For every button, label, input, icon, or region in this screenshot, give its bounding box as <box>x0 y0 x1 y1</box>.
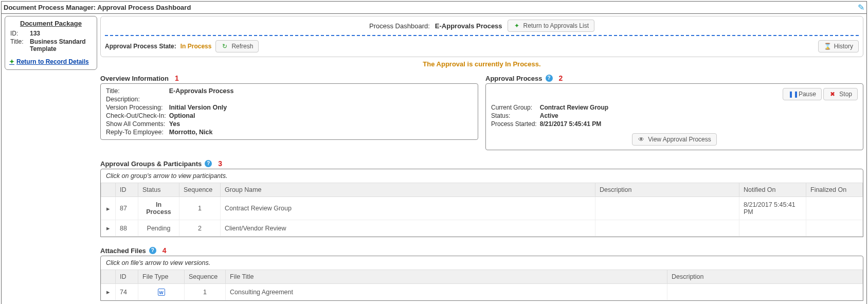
refresh-icon: ↻ <box>221 43 228 50</box>
group-notified: 8/21/2017 5:45:41 PM <box>739 197 806 220</box>
group-id: 87 <box>116 197 138 220</box>
files-heading: Attached Files <box>100 247 146 255</box>
callout-4: 4 <box>162 246 167 255</box>
document-package-panel: Document Package ID: 133 Title: Business… <box>5 16 97 70</box>
groups-table: ID Status Sequence Group Name Descriptio… <box>101 183 863 237</box>
group-status: Pending <box>138 220 179 237</box>
group-sequence: 1 <box>179 197 221 220</box>
approval-process-box: ❚❚ Pause ✖ Stop Current Group:Contract R… <box>485 83 863 150</box>
table-row: ▸74W1Consulting Agreement <box>101 284 863 300</box>
help-icon[interactable]: ? <box>205 160 212 167</box>
status-message: The Approval is currently In Process. <box>100 60 863 68</box>
callout-3: 3 <box>218 159 222 168</box>
overview-box: Title:E-Approvals Process Description: V… <box>100 83 478 140</box>
pause-button[interactable]: ❚❚ Pause <box>783 88 822 100</box>
refresh-button[interactable]: ↻ Refresh <box>215 40 259 52</box>
expand-icon[interactable]: ▸ <box>101 220 116 237</box>
group-status: In Process <box>138 197 179 220</box>
pause-icon: ❚❚ <box>788 91 795 98</box>
return-to-record-link[interactable]: ✦ Return to Record Details <box>9 58 93 65</box>
id-value: 133 <box>29 29 93 38</box>
group-finalized <box>806 197 863 220</box>
stop-button[interactable]: ✖ Stop <box>823 88 858 100</box>
table-row: ▸88Pending2Client/Vendor Review <box>101 220 863 237</box>
title-label: Title: <box>9 38 29 53</box>
approval-state-value: In Process <box>180 43 212 50</box>
history-button[interactable]: ⌛ History <box>818 40 859 52</box>
document-package-heading: Document Package <box>9 20 93 27</box>
file-id: 74 <box>116 284 138 300</box>
overview-heading: Overview Information <box>100 75 169 82</box>
approval-state-label: Approval Process State: <box>105 43 176 50</box>
group-name: Client/Vendor Review <box>221 220 595 237</box>
approval-process-heading: Approval Process <box>485 75 542 82</box>
process-dashboard-name: E-Approvals Process <box>435 22 502 30</box>
history-icon: ⌛ <box>824 43 831 50</box>
group-id: 88 <box>116 220 138 237</box>
group-description <box>595 220 739 237</box>
file-description <box>667 284 863 300</box>
expand-icon[interactable]: ▸ <box>101 284 116 300</box>
return-to-approvals-button[interactable]: ✦ Return to Approvals List <box>508 20 594 32</box>
groups-heading: Approval Groups & Participants <box>100 160 202 168</box>
dashboard-header: Process Dashboard: E-Approvals Process ✦… <box>100 16 863 57</box>
stop-icon: ✖ <box>829 91 836 98</box>
callout-2: 2 <box>559 74 563 82</box>
return-to-record-label: Return to Record Details <box>16 58 89 65</box>
id-label: ID: <box>9 29 29 38</box>
view-approval-process-button[interactable]: 👁 View Approval Process <box>632 133 717 146</box>
group-finalized <box>806 220 863 237</box>
process-dashboard-label: Process Dashboard: <box>369 22 430 30</box>
title-value: Business Standard Template <box>29 38 93 53</box>
arrow-left-green-icon: ✦ <box>9 58 14 65</box>
file-type: W <box>138 284 185 300</box>
files-note: Click on file's arrow to view versions. <box>101 256 863 270</box>
files-table: ID File Type Sequence File Title Descrip… <box>101 270 863 300</box>
edit-icon[interactable]: ✎ <box>858 3 864 12</box>
binoculars-icon: 👁 <box>638 136 645 143</box>
file-sequence: 1 <box>185 284 226 300</box>
groups-note: Click on group's arrow to view participa… <box>101 169 863 183</box>
group-notified <box>739 220 806 237</box>
help-icon[interactable]: ? <box>149 247 156 254</box>
callout-1: 1 <box>175 74 179 82</box>
group-description <box>595 197 739 220</box>
expand-icon[interactable]: ▸ <box>101 197 116 220</box>
group-sequence: 2 <box>179 220 221 237</box>
word-file-icon: W <box>158 289 165 296</box>
page-title: Document Process Manager: Approval Proce… <box>4 4 191 11</box>
group-name: Contract Review Group <box>221 197 595 220</box>
file-title: Consulting Agreement <box>226 284 667 300</box>
table-row: ▸87In Process1Contract Review Group8/21/… <box>101 197 863 220</box>
arrow-return-icon: ✦ <box>513 22 520 29</box>
help-icon[interactable]: ? <box>546 75 553 82</box>
